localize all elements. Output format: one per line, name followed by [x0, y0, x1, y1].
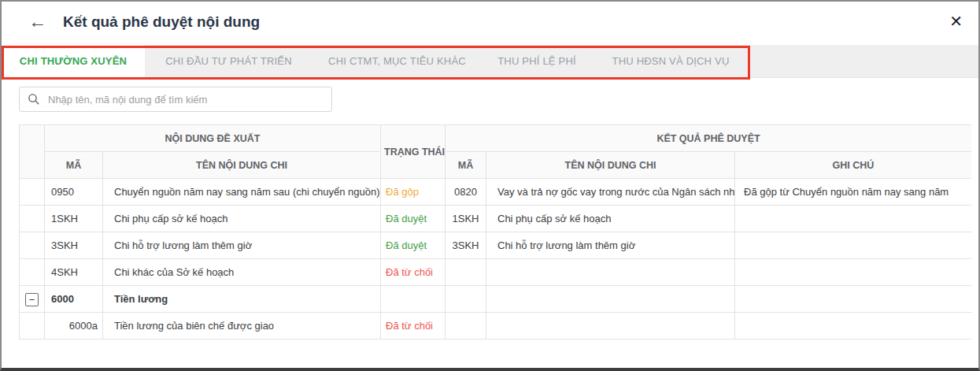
proposed-name-cell: Tiền lương của biên chế được giao — [103, 313, 381, 339]
column-header-ma-proposed: MÃ — [45, 152, 103, 179]
proposed-code-cell: 4SKH — [45, 259, 103, 286]
approved-name-cell — [486, 313, 735, 339]
approved-code-cell — [446, 286, 486, 313]
status-cell: Đã từ chối — [381, 313, 446, 339]
proposed-code-cell: 6000a — [45, 313, 103, 339]
column-header-ma-approved: MÃ — [446, 152, 486, 179]
approved-code-cell: 3SKH — [446, 232, 486, 259]
status-cell: Đã duyệt — [381, 206, 446, 232]
approved-name-cell — [486, 259, 735, 286]
table-body: 0950Chuyển nguồn năm nay sang năm sau (c… — [20, 179, 972, 339]
status-badge: Đã duyệt — [386, 213, 427, 224]
status-cell: Đã duyệt — [381, 232, 446, 259]
note-cell — [735, 232, 972, 259]
approval-dialog: ← Kết quả phê duyệt nội dung ✕ CHI THƯỜN… — [0, 0, 980, 371]
page-title: Kết quả phê duyệt nội dung — [63, 13, 260, 31]
approved-name-cell — [486, 286, 735, 313]
approved-code-cell — [446, 313, 486, 339]
table-row: 4SKHChi khác của Sở kế hoạchĐã từ chối — [20, 259, 972, 286]
group-header-approved: KẾT QUẢ PHÊ DUYỆT — [446, 125, 972, 152]
expand-cell: − — [20, 286, 45, 313]
table-row: 6000aTiền lương của biên chế được giaoĐã… — [20, 313, 972, 339]
approved-code-cell: 0820 — [446, 179, 486, 206]
proposed-code-cell: 0950 — [45, 179, 103, 206]
approved-code-cell — [446, 259, 486, 286]
status-badge: Đã duyệt — [386, 239, 427, 251]
table-row: 3SKHChi hỗ trợ lương làm thêm giờĐã duyệ… — [20, 232, 972, 259]
table-row: 1SKHChi phụ cấp sở kế hoạchĐã duyệt1SKHC… — [20, 206, 972, 232]
note-cell — [735, 259, 972, 286]
approved-name-cell: Chi hỗ trợ lương làm thêm giờ — [486, 232, 735, 259]
table-row: 0950Chuyển nguồn năm nay sang năm sau (c… — [20, 179, 972, 206]
status-badge: Đã từ chối — [386, 266, 433, 278]
status-cell: Đã từ chối — [381, 259, 446, 286]
note-cell — [735, 206, 972, 232]
note-cell: Đã gộp từ Chuyển nguồn năm nay sang năm — [735, 179, 972, 206]
note-cell — [735, 313, 972, 339]
proposed-name-cell: Chi hỗ trợ lương làm thêm giờ — [103, 232, 381, 259]
proposed-name-cell: Chuyển nguồn năm nay sang năm sau (chi c… — [103, 179, 381, 206]
proposed-name-cell: Tiền lương — [103, 286, 381, 313]
tab-1[interactable]: CHI THƯỜNG XUYÊN — [2, 45, 145, 77]
expand-cell — [20, 313, 45, 339]
search-icon — [28, 93, 40, 106]
group-header-proposed: NỘI DUNG ĐỀ XUẤT — [45, 125, 381, 152]
column-header-status: TRẠNG THÁI — [381, 125, 446, 179]
close-icon[interactable]: ✕ — [949, 12, 963, 31]
proposed-code-cell: 1SKH — [45, 206, 103, 232]
search-input[interactable] — [46, 93, 331, 106]
tab-5[interactable]: THU HĐSN VÀ DỊCH VỤ — [592, 45, 749, 77]
proposed-name-cell: Chi khác của Sở kế hoạch — [103, 259, 381, 286]
title-bar: ← Kết quả phê duyệt nội dung ✕ — [2, 2, 978, 45]
status-cell: Đã gộp — [381, 179, 446, 206]
status-cell — [381, 286, 446, 313]
expand-cell — [20, 179, 45, 206]
back-arrow-icon[interactable]: ← — [28, 10, 46, 34]
proposed-code-cell: 6000 — [45, 286, 103, 313]
status-badge: Đã gộp — [386, 186, 419, 198]
proposed-name-cell: Chi phụ cấp sở kế hoạch — [103, 206, 381, 232]
column-header-ten-proposed: TÊN NỘI DUNG CHI — [103, 152, 381, 179]
approval-table-wrap: NỘI DUNG ĐỀ XUẤT TRẠNG THÁI KẾT QUẢ PHÊ … — [19, 124, 971, 339]
expand-cell — [20, 232, 45, 259]
expand-cell — [20, 206, 45, 232]
approved-name-cell: Vay và trả nợ gốc vay trong nước của Ngâ… — [486, 179, 735, 206]
tab-4[interactable]: THU PHÍ LỆ PHÍ — [482, 45, 592, 77]
expand-cell — [20, 259, 45, 286]
status-badge: Đã từ chối — [386, 320, 433, 332]
collapse-icon[interactable]: − — [25, 293, 39, 306]
search-box — [19, 87, 332, 112]
proposed-code-cell: 3SKH — [45, 232, 103, 259]
approved-name-cell: Chi phụ cấp sở kế hoạch — [486, 206, 735, 232]
table-row: −6000Tiền lương — [20, 286, 972, 313]
tab-bar: CHI THƯỜNG XUYÊNCHI ĐẦU TƯ PHÁT TRIỂNCHI… — [2, 45, 978, 78]
tab-2[interactable]: CHI ĐẦU TƯ PHÁT TRIỂN — [145, 45, 312, 77]
approved-code-cell: 1SKH — [446, 206, 486, 232]
note-cell — [735, 286, 972, 313]
expand-column-header — [20, 125, 45, 179]
column-header-ghi-chu: GHI CHÚ — [735, 152, 972, 179]
column-header-ten-approved: TÊN NỘI DUNG CHI — [486, 152, 735, 179]
approval-table: NỘI DUNG ĐỀ XUẤT TRẠNG THÁI KẾT QUẢ PHÊ … — [19, 124, 971, 339]
tab-3[interactable]: CHI CTMT, MỤC TIÊU KHÁC — [312, 45, 482, 77]
